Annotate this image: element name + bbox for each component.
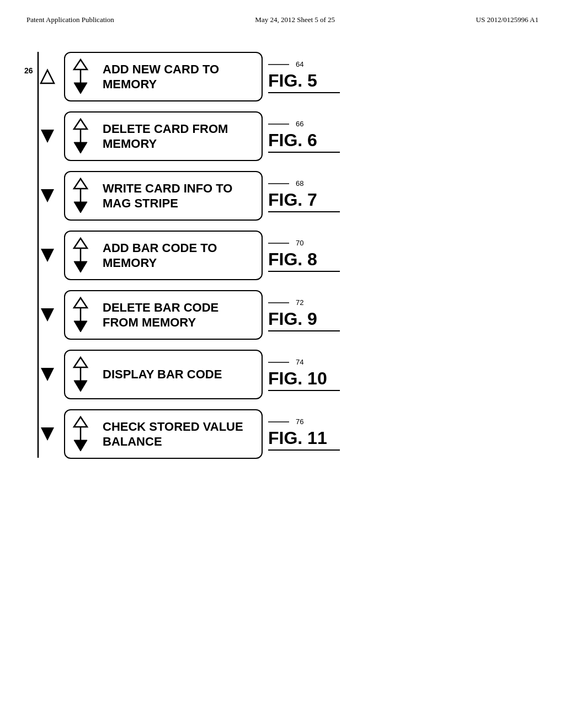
left-arrow-container	[33, 185, 62, 207]
ref-number: 72	[268, 298, 340, 307]
svg-marker-32	[74, 417, 87, 427]
svg-marker-17	[74, 238, 87, 248]
left-down-triangle-icon	[36, 363, 58, 386]
left-down-triangle-icon	[36, 185, 58, 207]
ref-number-text: 74	[296, 358, 303, 366]
left-arrow-container	[33, 125, 62, 147]
fig-label: FIG. 6	[268, 130, 340, 153]
card-arrows-icon	[72, 117, 89, 156]
card-arrows-icon	[72, 176, 89, 215]
node-label-26: 26	[24, 66, 33, 75]
ref-line-icon	[268, 358, 296, 366]
card-box: DISPLAY BAR CODE	[64, 350, 263, 399]
fig-label: FIG. 10	[268, 368, 340, 391]
right-section: 68 FIG. 7	[268, 179, 340, 212]
card-arrows-icon	[72, 236, 89, 275]
left-arrow-container	[33, 363, 62, 386]
card-label: ADD NEW CARD TO MEMORY	[94, 53, 262, 100]
card-inner-arrows	[65, 172, 94, 220]
svg-marker-2	[74, 60, 87, 69]
left-arrow-container	[33, 66, 62, 88]
ref-number: 64	[268, 60, 340, 68]
svg-marker-14	[74, 202, 87, 213]
card-label: CHECK STORED VALUE BALANCE	[94, 410, 262, 458]
header-right: US 2012/0125996 A1	[476, 15, 539, 24]
card-box: WRITE CARD INFO TO MAG STRIPE	[64, 171, 263, 221]
svg-marker-34	[74, 440, 87, 451]
flow-row-6: DISPLAY BAR CODE 74 FIG. 10	[33, 350, 532, 399]
ref-number: 76	[268, 417, 340, 426]
ref-line-icon	[268, 120, 296, 128]
page-header: Patent Application Publication May 24, 2…	[0, 0, 565, 24]
ref-number: 66	[268, 120, 340, 128]
flow-row-7: CHECK STORED VALUE BALANCE 76 FIG. 11	[33, 409, 532, 459]
left-arrow-container	[33, 244, 62, 266]
svg-marker-24	[74, 321, 87, 332]
card-label: WRITE CARD INFO TO MAG STRIPE	[94, 172, 262, 220]
ref-line-icon	[268, 299, 296, 307]
card-arrows-icon	[72, 57, 89, 96]
card-inner-arrows	[65, 410, 94, 458]
card-inner-arrows	[65, 232, 94, 279]
right-section: 74 FIG. 10	[268, 358, 340, 391]
diagram-area: ADD NEW CARD TO MEMORY 64 FIG. 5 DELETE …	[0, 35, 565, 491]
svg-marker-6	[41, 130, 54, 143]
ref-number-text: 70	[296, 239, 303, 247]
svg-marker-11	[41, 189, 54, 202]
ref-number-text: 72	[296, 298, 303, 307]
card-inner-arrows	[65, 351, 94, 398]
ref-number: 70	[268, 239, 340, 247]
ref-line-icon	[268, 180, 296, 188]
card-label: DELETE CARD FROM MEMORY	[94, 113, 262, 160]
flow-row-4: ADD BAR CODE TO MEMORY 70 FIG. 8	[33, 231, 532, 280]
card-inner-arrows	[65, 53, 94, 100]
right-section: 64 FIG. 5	[268, 60, 340, 93]
flow-row-3: WRITE CARD INFO TO MAG STRIPE 68 FIG. 7	[33, 171, 532, 221]
svg-marker-9	[74, 142, 87, 153]
ref-number-text: 76	[296, 417, 303, 426]
fig-label: FIG. 7	[268, 190, 340, 212]
header-left: Patent Application Publication	[26, 15, 114, 24]
card-label: DELETE BAR CODE FROM MEMORY	[94, 291, 262, 339]
fig-label: FIG. 9	[268, 309, 340, 331]
card-box: DELETE CARD FROM MEMORY	[64, 111, 263, 161]
card-box: ADD BAR CODE TO MEMORY	[64, 231, 263, 280]
card-box: ADD NEW CARD TO MEMORY	[64, 52, 263, 101]
svg-marker-1	[41, 70, 54, 83]
right-section: 72 FIG. 9	[268, 298, 340, 331]
card-inner-arrows	[65, 113, 94, 160]
card-box: DELETE BAR CODE FROM MEMORY	[64, 290, 263, 340]
flow-row-1: ADD NEW CARD TO MEMORY 64 FIG. 5	[33, 52, 532, 101]
left-up-triangle-icon	[36, 66, 58, 88]
left-down-triangle-icon	[36, 304, 58, 326]
card-box: CHECK STORED VALUE BALANCE	[64, 409, 263, 459]
left-down-triangle-icon	[36, 423, 58, 445]
right-section: 66 FIG. 6	[268, 120, 340, 153]
left-arrow-container	[33, 423, 62, 445]
ref-line-icon	[268, 239, 296, 247]
flow-row-2: DELETE CARD FROM MEMORY 66 FIG. 6	[33, 111, 532, 161]
svg-marker-22	[74, 298, 87, 308]
ref-number-text: 68	[296, 179, 303, 188]
card-label: DISPLAY BAR CODE	[94, 351, 262, 398]
left-arrow-container	[33, 304, 62, 326]
fig-label: FIG. 8	[268, 249, 340, 272]
svg-marker-7	[74, 119, 87, 129]
svg-marker-31	[41, 427, 54, 441]
ref-line-icon	[268, 418, 296, 426]
ref-line-icon	[268, 61, 296, 68]
fig-label: FIG. 11	[268, 428, 340, 451]
card-arrows-icon	[72, 296, 89, 334]
svg-marker-19	[74, 261, 87, 272]
header-middle: May 24, 2012 Sheet 5 of 25	[255, 15, 335, 24]
svg-marker-27	[74, 357, 87, 367]
left-down-triangle-icon	[36, 125, 58, 147]
svg-marker-29	[74, 381, 87, 392]
card-arrows-icon	[72, 415, 89, 453]
ref-number-text: 66	[296, 120, 303, 128]
svg-marker-21	[41, 308, 54, 322]
card-inner-arrows	[65, 291, 94, 339]
card-label: ADD BAR CODE TO MEMORY	[94, 232, 262, 279]
ref-number: 74	[268, 358, 340, 366]
ref-number: 68	[268, 179, 340, 188]
